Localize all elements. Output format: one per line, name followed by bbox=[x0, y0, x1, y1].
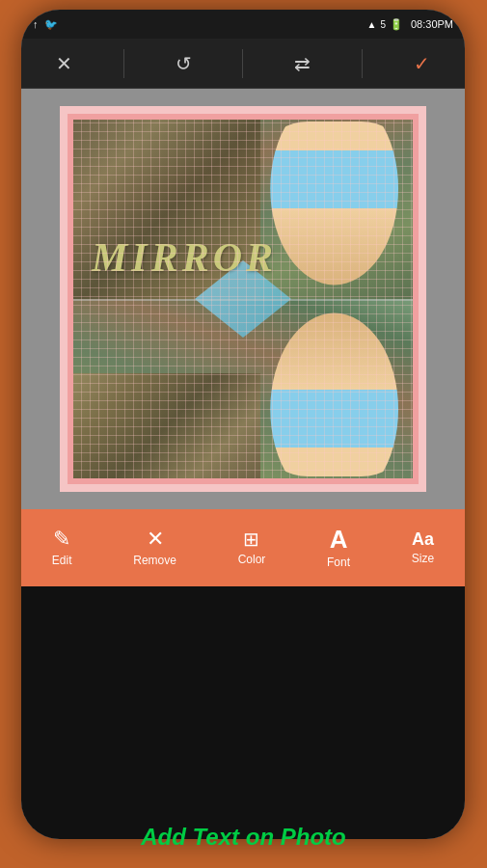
status-icons-right: ▲ 5 🔋 08:30PM bbox=[367, 18, 454, 31]
remove-tool[interactable]: ✕ Remove bbox=[133, 529, 176, 567]
shuffle-button[interactable]: ⇄ bbox=[275, 44, 330, 83]
divider-3 bbox=[362, 49, 363, 78]
footer-area bbox=[21, 586, 465, 839]
color-label: Color bbox=[238, 553, 266, 566]
color-tool[interactable]: ⊞ Color bbox=[238, 529, 266, 566]
edit-icon: ✎ bbox=[53, 529, 70, 550]
screen-content: ↑ 🐦 ▲ 5 🔋 08:30PM ✕ ↺ ⇄ ✓ bbox=[21, 10, 465, 839]
divider-2 bbox=[242, 49, 243, 78]
confirm-button[interactable]: ✓ bbox=[394, 44, 449, 83]
time-display: 08:30PM bbox=[411, 18, 453, 30]
font-icon: A bbox=[330, 527, 348, 552]
top-toolbar: ✕ ↺ ⇄ ✓ bbox=[21, 39, 465, 89]
canvas-area: MIRROR bbox=[21, 89, 465, 509]
color-icon: ⊞ bbox=[243, 529, 259, 549]
battery-level: 5 bbox=[380, 19, 386, 30]
photo-frame: MIRROR bbox=[60, 106, 426, 492]
refresh-button[interactable]: ↺ bbox=[156, 44, 211, 83]
status-icons-left: ↑ 🐦 bbox=[33, 18, 58, 31]
edit-label: Edit bbox=[52, 554, 72, 567]
remove-label: Remove bbox=[133, 554, 176, 567]
rocks-bottom bbox=[68, 373, 260, 484]
bottom-toolbar: ✎ Edit ✕ Remove ⊞ Color A Font Aa Size bbox=[21, 509, 465, 586]
size-tool[interactable]: Aa Size bbox=[412, 530, 434, 565]
add-text-footer: Add Text on Photo bbox=[0, 824, 487, 851]
size-label: Size bbox=[412, 552, 434, 565]
remove-icon: ✕ bbox=[147, 529, 164, 550]
photo-image: MIRROR bbox=[68, 114, 419, 484]
signal-icon: 🐦 bbox=[44, 18, 58, 31]
close-button[interactable]: ✕ bbox=[37, 44, 92, 83]
font-tool[interactable]: A Font bbox=[327, 527, 350, 569]
font-label: Font bbox=[327, 556, 350, 569]
footer-label: Add Text on Photo bbox=[141, 824, 345, 850]
size-icon: Aa bbox=[412, 530, 434, 548]
status-bar: ↑ 🐦 ▲ 5 🔋 08:30PM bbox=[21, 10, 465, 39]
battery-icon: 🔋 bbox=[390, 18, 403, 31]
mirror-text-overlay[interactable]: MIRROR bbox=[92, 234, 277, 281]
upload-icon: ↑ bbox=[33, 18, 39, 31]
phone-frame: ↑ 🐦 ▲ 5 🔋 08:30PM ✕ ↺ ⇄ ✓ bbox=[21, 10, 465, 839]
edit-tool[interactable]: ✎ Edit bbox=[52, 529, 72, 567]
divider-1 bbox=[123, 49, 124, 78]
mirror-line bbox=[68, 299, 419, 301]
signal-bars: ▲ bbox=[367, 19, 377, 30]
